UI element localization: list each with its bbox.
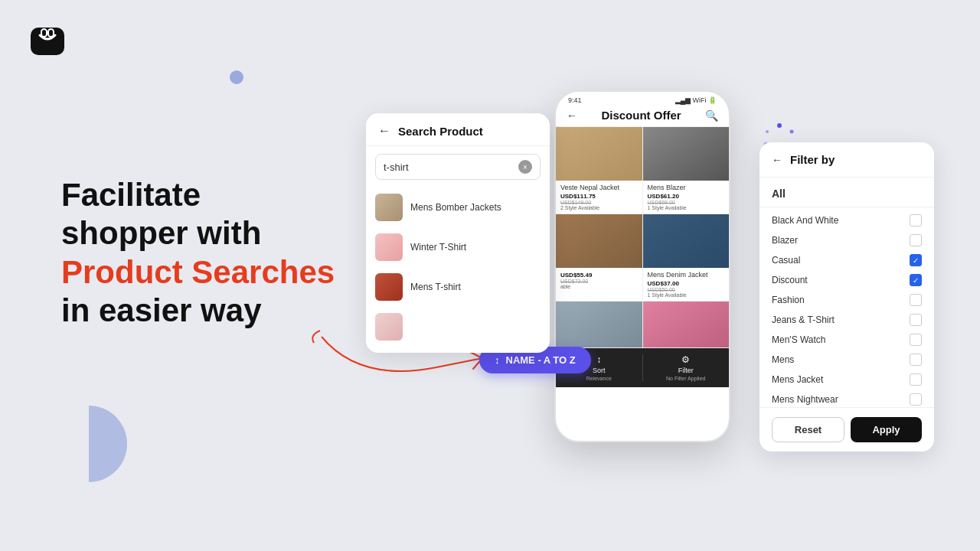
filter-item-label: All bbox=[772, 187, 786, 200]
search-card-title: Search Product bbox=[398, 125, 483, 138]
logo bbox=[28, 21, 67, 61]
headline-highlight: Product Searches bbox=[61, 253, 352, 292]
svg-rect-1 bbox=[41, 29, 47, 37]
filter-item-label: Mens bbox=[772, 354, 794, 365]
headline-line2: shopper with bbox=[61, 214, 352, 253]
filter-item-all[interactable]: All bbox=[760, 184, 934, 204]
filter-item-label: Discount bbox=[772, 275, 808, 285]
filter-item[interactable]: Mens bbox=[760, 350, 934, 370]
filter-item[interactable]: Fashion bbox=[760, 290, 934, 310]
filter-item-label: Jeans & T-Shirt bbox=[772, 315, 835, 325]
filter-button[interactable]: ⚙ Filter No Filter Applied bbox=[643, 354, 730, 381]
product-image bbox=[556, 302, 642, 347]
reset-button[interactable]: Reset bbox=[772, 417, 844, 442]
product-old-price: USD$149.00 bbox=[560, 200, 638, 205]
filter-item-casual[interactable]: Casual bbox=[760, 250, 934, 270]
search-input[interactable]: t-shirt bbox=[384, 161, 518, 173]
product-card[interactable]: Mens Blazer USD$61.20 USD$68.00 1 Style … bbox=[643, 127, 730, 214]
suggestion-label: Winter T-Shirt bbox=[410, 242, 466, 253]
filter-item-label: Casual bbox=[772, 255, 800, 266]
product-info: Mens Blazer USD$61.20 USD$68.00 1 Style … bbox=[643, 181, 730, 214]
filter-checkbox[interactable] bbox=[910, 234, 922, 246]
search-card: ← Search Product t-shirt × Mens Bomber J… bbox=[366, 113, 550, 353]
filter-checkbox-discount[interactable] bbox=[910, 274, 922, 286]
product-availability: able bbox=[560, 284, 638, 289]
filter-back-icon[interactable]: ← bbox=[772, 154, 782, 166]
filter-item[interactable]: Blazer bbox=[760, 230, 934, 250]
phone-header: ← Discount Offer 🔍 bbox=[556, 106, 729, 127]
deco-circle bbox=[230, 70, 243, 84]
filter-checkbox[interactable] bbox=[910, 214, 922, 227]
suggestion-thumb bbox=[375, 194, 403, 221]
sort-icon: ↕ bbox=[596, 354, 601, 365]
filter-checkbox[interactable] bbox=[910, 393, 922, 406]
filter-divider bbox=[760, 207, 934, 207]
filter-item[interactable]: Jeans & T-Shirt bbox=[760, 310, 934, 330]
filter-item-label: Blazer bbox=[772, 235, 798, 246]
filter-icon: ⚙ bbox=[681, 354, 690, 365]
product-availability: 1 Style Available bbox=[648, 292, 725, 298]
product-info: Mens Denim Jacket USD$37.00 USD$50.00 1 … bbox=[643, 268, 730, 301]
phone-back-icon[interactable]: ← bbox=[567, 109, 577, 122]
filter-item-label: Mens Nightwear bbox=[772, 394, 838, 405]
filter-title: Filter by bbox=[790, 153, 835, 166]
product-old-price: USD$73.00 bbox=[560, 279, 638, 284]
phone-signal: ▂▄▆ WiFi 🔋 bbox=[675, 96, 717, 104]
product-name: Mens Denim Jacket bbox=[648, 271, 725, 279]
svg-point-3 bbox=[777, 123, 782, 128]
filter-item[interactable]: Black And White bbox=[760, 210, 934, 230]
sort-label: NAME - A TO Z bbox=[506, 354, 576, 366]
phone-mockup: 9:41 ▂▄▆ WiFi 🔋 ← Discount Offer 🔍 Veste… bbox=[554, 90, 730, 442]
filter-label: Filter bbox=[678, 367, 694, 374]
product-info: USD$55.49 USD$73.00 able bbox=[556, 268, 642, 292]
product-image bbox=[643, 302, 730, 347]
product-card[interactable]: Mens Denim Jacket USD$37.00 USD$50.00 1 … bbox=[643, 214, 730, 301]
product-info: Veste Nepal Jacket USD$111.75 USD$149.00… bbox=[556, 181, 642, 214]
filter-checkbox[interactable] bbox=[910, 334, 922, 346]
product-grid: Veste Nepal Jacket USD$111.75 USD$149.00… bbox=[556, 127, 729, 347]
filter-item[interactable]: Men'S Watch bbox=[760, 330, 934, 350]
product-image bbox=[643, 214, 730, 268]
suggestion-item[interactable] bbox=[366, 307, 550, 347]
suggestion-thumb bbox=[375, 273, 403, 301]
suggestion-list: Mens Bomber Jackets Winter T-Shirt Mens … bbox=[366, 187, 550, 353]
filter-item-discount[interactable]: Discount bbox=[760, 270, 934, 290]
filter-item[interactable]: Mens Jacket bbox=[760, 370, 934, 390]
phone-time: 9:41 bbox=[568, 96, 582, 104]
suggestion-item[interactable]: Winter T-Shirt bbox=[366, 227, 550, 267]
filter-sub: No Filter Applied bbox=[666, 376, 705, 381]
filter-item[interactable]: Mens Nightwear bbox=[760, 390, 934, 407]
apply-button[interactable]: Apply bbox=[851, 417, 922, 442]
product-old-price: USD$68.00 bbox=[648, 200, 725, 205]
suggestion-item[interactable]: Mens T-shirt bbox=[366, 267, 550, 307]
sort-sub: Relevance bbox=[586, 376, 612, 381]
suggestion-item[interactable]: Mens Bomber Jackets bbox=[366, 187, 550, 227]
svg-rect-2 bbox=[48, 29, 54, 37]
product-image bbox=[643, 127, 730, 181]
search-card-header: ← Search Product bbox=[366, 113, 550, 146]
filter-checkbox[interactable] bbox=[910, 373, 922, 386]
filter-item-label: Men'S Watch bbox=[772, 334, 826, 345]
product-image bbox=[556, 214, 642, 268]
filter-checkbox[interactable] bbox=[910, 294, 922, 306]
search-input-row[interactable]: t-shirt × bbox=[375, 154, 541, 180]
clear-button[interactable]: × bbox=[518, 160, 532, 174]
product-card[interactable]: Veste Nepal Jacket USD$111.75 USD$149.00… bbox=[556, 127, 642, 214]
product-card[interactable] bbox=[643, 302, 730, 347]
product-price: USD$111.75 bbox=[560, 193, 638, 200]
product-name: Veste Nepal Jacket bbox=[560, 184, 638, 192]
filter-checkbox[interactable] bbox=[910, 314, 922, 326]
filter-header: ← Filter by bbox=[760, 142, 934, 178]
phone-search-icon[interactable]: 🔍 bbox=[705, 109, 718, 122]
filter-checkbox[interactable] bbox=[910, 354, 922, 366]
product-card[interactable] bbox=[556, 302, 642, 347]
back-arrow-icon[interactable]: ← bbox=[378, 124, 390, 138]
filter-footer: Reset Apply bbox=[760, 407, 934, 452]
headline-line1: Facilitate bbox=[61, 176, 352, 214]
product-name: Mens Blazer bbox=[648, 184, 725, 192]
product-card[interactable]: USD$55.49 USD$73.00 able bbox=[556, 214, 642, 301]
phone-status-bar: 9:41 ▂▄▆ WiFi 🔋 bbox=[556, 92, 729, 106]
sort-label: Sort bbox=[593, 367, 606, 374]
filter-checkbox-casual[interactable] bbox=[910, 254, 922, 266]
svg-point-9 bbox=[766, 130, 769, 133]
